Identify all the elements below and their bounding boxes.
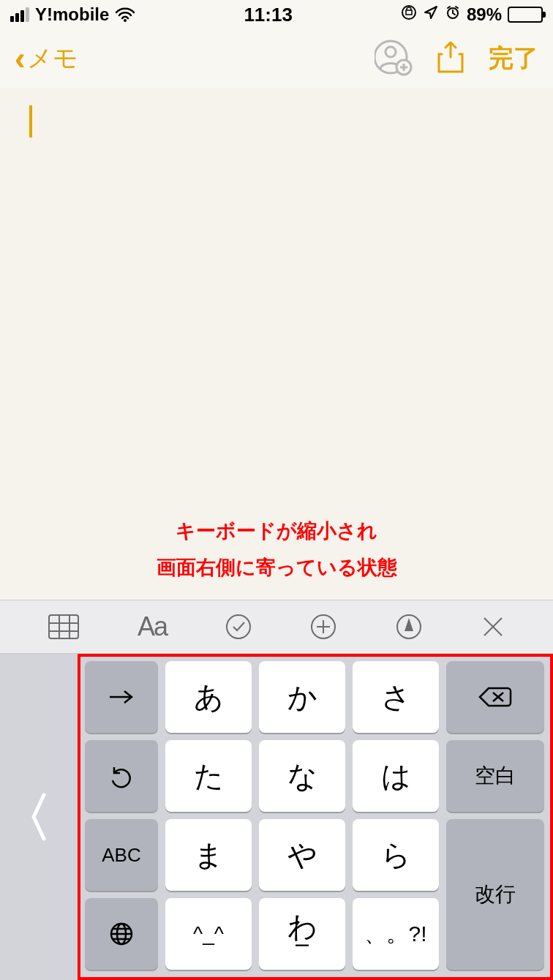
backspace-key[interactable] [446,661,544,733]
battery-icon [508,7,543,23]
annotation-overlay: キーボードが縮小され 画面右側に寄っている状態 [0,513,553,587]
location-icon [423,4,439,25]
svg-point-11 [227,615,250,638]
kana-a-key[interactable]: あ [165,661,252,733]
svg-rect-6 [49,615,78,638]
emoticon-key[interactable]: ^_^ [165,898,252,970]
share-button[interactable] [436,41,465,76]
chevron-left-icon: ‹ [15,42,26,75]
back-label: メモ [27,42,78,75]
status-right: 89% [401,4,543,25]
kana-wa-label: わ [287,915,317,938]
note-editor[interactable]: キーボードが縮小され 画面右側に寄っている状態 [0,88,553,600]
abc-mode-key[interactable]: ABC [85,819,158,891]
kana-ha-key[interactable]: は [353,740,439,812]
annotation-line-2: 画面右側に寄っている状態 [0,550,553,587]
back-button[interactable]: ‹ メモ [15,42,78,75]
battery-percent: 89% [467,4,502,25]
kana-wa-key[interactable]: わ ー [259,898,345,970]
return-key[interactable]: 改行 [446,819,544,970]
close-toolbar-button[interactable] [481,614,505,639]
alarm-icon [445,4,461,25]
format-button[interactable]: Aa [138,611,167,642]
punctuation-key[interactable]: 、。?! [353,898,439,970]
markup-button[interactable] [395,613,423,641]
kana-na-key[interactable]: な [259,740,345,812]
kana-ta-key[interactable]: た [165,740,252,812]
kana-ra-key[interactable]: ら [353,819,439,891]
orientation-lock-icon [401,4,417,25]
status-left: Y!mobile [10,4,135,25]
add-person-button[interactable] [375,38,413,79]
annotation-line-1: キーボードが縮小され [0,513,553,550]
space-key[interactable]: 空白 [446,740,544,812]
keyboard: あ か さ た な は 空白 ABC ま や ら 改行 ^_^ [78,654,553,980]
svg-point-4 [385,47,396,57]
kana-sa-key[interactable]: さ [353,661,439,733]
nav-bar: ‹ メモ 完了 [0,29,553,88]
status-bar: Y!mobile 11:13 89% [0,0,553,29]
add-button[interactable] [309,613,337,641]
globe-key[interactable] [85,898,158,970]
next-candidate-key[interactable] [85,661,158,733]
keyboard-region: あ か さ た な は 空白 ABC ま や ら 改行 ^_^ [0,654,553,980]
wifi-icon [115,7,135,23]
status-time: 11:13 [244,4,293,26]
table-button[interactable] [48,614,80,640]
carrier-label: Y!mobile [35,4,109,25]
kana-wa-sub: ー [294,940,310,953]
cell-signal-icon [10,7,29,22]
kana-ma-key[interactable]: ま [165,819,252,891]
kana-ya-key[interactable]: や [259,819,345,891]
keyboard-toolbar: Aa [0,600,553,654]
svg-point-0 [124,19,127,22]
undo-key[interactable] [85,740,158,812]
kana-ka-key[interactable]: か [259,661,345,733]
keyboard-expand-handle[interactable] [0,654,78,980]
done-button[interactable]: 完了 [489,42,538,75]
checklist-button[interactable] [225,613,252,641]
text-cursor [29,105,32,137]
